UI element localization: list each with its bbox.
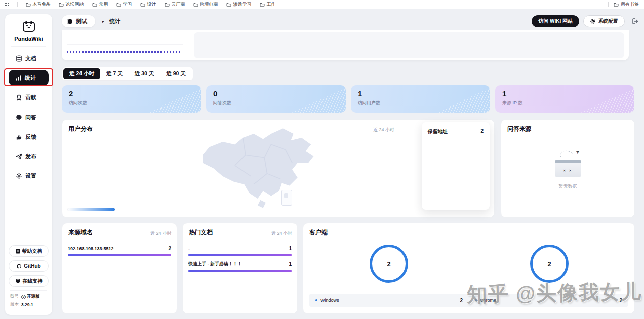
gear-icon — [590, 18, 596, 24]
folder-icon — [165, 3, 170, 7]
tab-24h[interactable]: 近 24 小时 — [63, 68, 100, 79]
cursor-arrow-icon: ➤ — [575, 148, 581, 155]
browser-bookmarks-bar: 木马免杀 论坛网站 常用 学习 设计 云厂商 跨境电商 渗透学习 工作 所有书签 — [0, 0, 644, 9]
online-support-button[interactable]: 在线支持 — [9, 275, 49, 287]
cat-icon — [15, 279, 21, 283]
visit-wiki-label: 访问 WIKI 网站 — [538, 18, 573, 25]
bookmark-label: 工作 — [267, 1, 276, 8]
bookmark-folder[interactable]: 木马免杀 — [26, 1, 51, 8]
workspace-selector[interactable]: 测试 — [62, 15, 95, 27]
sidebar-item-contrib[interactable]: 贡献 — [5, 88, 52, 108]
domain-name: 192.168.198.133:5512 — [68, 246, 114, 251]
system-config-label: 系统配置 — [598, 18, 618, 25]
source-domain-card: 来源域名 近 24 小时 192.168.198.133:5512 2 — [62, 223, 177, 314]
clients-legend: Windows 2 Chrome 2 — [309, 294, 628, 307]
doc-value: 1 — [289, 246, 292, 251]
legend-dot — [475, 299, 477, 301]
sidebar-item-label: 发布 — [25, 153, 36, 160]
time-range-tabs: 近 24 小时 近 7 天 近 30 天 近 90 天 — [62, 67, 193, 81]
period-label: 近 24 小时 — [373, 127, 394, 133]
gear-icon — [16, 173, 22, 179]
bookmark-folder[interactable]: 工作 — [260, 1, 276, 8]
bookmark-folder[interactable]: 论坛网站 — [59, 1, 84, 8]
legend-dot — [315, 299, 317, 301]
model-value: 开源版 — [27, 294, 40, 300]
period-label: 近 24 小时 — [150, 230, 172, 237]
donut-center-value: 2 — [387, 260, 390, 268]
sidebar-item-feedback[interactable]: 反馈 — [5, 127, 52, 147]
folder-icon — [140, 3, 145, 7]
bookmark-folder[interactable]: 常用 — [92, 1, 108, 8]
github-button[interactable]: GitHub — [9, 260, 49, 272]
brand-name: PandaWiki — [5, 36, 52, 42]
empty-box-lid — [555, 160, 581, 163]
tab-90d[interactable]: 近 90 天 — [160, 68, 192, 79]
clients-card: 客户端 2 2 Windows 2 Chrome 2 — [303, 223, 635, 314]
folder-icon — [92, 3, 97, 7]
sidebar-item-label: 统计 — [25, 74, 36, 82]
visit-wiki-button[interactable]: 访问 WIKI 网站 — [532, 15, 579, 27]
apps-grid-icon[interactable] — [5, 3, 9, 7]
bookmark-folder[interactable]: 云厂商 — [165, 1, 185, 8]
bookmark-folder[interactable]: 设计 — [140, 1, 156, 8]
docs-icon — [16, 55, 22, 62]
tab-7d[interactable]: 近 7 天 — [100, 68, 129, 79]
divider — [67, 44, 183, 45]
logout-icon[interactable] — [632, 18, 639, 25]
sidebar-item-publish[interactable]: 发布 — [5, 147, 52, 166]
bookmark-folder[interactable]: 跨境电商 — [193, 1, 218, 8]
bookmark-label: 木马免杀 — [33, 1, 51, 8]
legend-item-chrome: Chrome 2 — [469, 298, 628, 303]
online-support-label: 在线支持 — [23, 278, 43, 285]
placeholder-block — [194, 32, 624, 58]
wiki-sphere-icon — [66, 18, 73, 25]
card-title: 用户分布 — [68, 125, 93, 133]
bookmark-label: 论坛网站 — [66, 1, 84, 8]
all-bookmarks[interactable]: 所有书签 — [614, 1, 639, 8]
folder-icon — [226, 3, 231, 7]
card-title: 客户端 — [309, 228, 328, 237]
bookmark-folder[interactable]: 学习 — [116, 1, 132, 8]
github-label: GitHub — [24, 263, 40, 269]
legend-value: 2 — [619, 298, 622, 303]
stat-card-source-ip: 1 来源 IP 数 — [495, 85, 634, 113]
bookmark-folder[interactable]: 渗透学习 — [226, 1, 252, 8]
sidebar-item-qa[interactable]: 问答 — [5, 108, 52, 127]
map-gradient-legend — [67, 208, 115, 211]
domain-value: 2 — [168, 246, 171, 251]
region-tooltip-panel: 保留地址 2 — [422, 122, 490, 210]
sidebar: PandaWiki 文档 统计 贡献 — [5, 14, 52, 315]
bookmark-label: 设计 — [147, 1, 156, 8]
stat-value: 0 — [213, 89, 339, 98]
pandawiki-logo-icon — [22, 20, 35, 32]
tab-30d[interactable]: 近 30 天 — [129, 68, 160, 79]
doc-name: - — [188, 246, 190, 251]
stat-value: 1 — [502, 89, 627, 98]
stat-card-users: 1 访问用户数 — [351, 85, 490, 113]
region-value: 2 — [480, 128, 484, 135]
card-title: 热门文档 — [189, 228, 213, 237]
empty-box-icon: ×˰× — [555, 163, 581, 177]
divider — [11, 46, 46, 47]
help-docs-label: 帮助文档 — [22, 248, 42, 255]
stat-value: 1 — [358, 89, 483, 98]
dotted-trend-line — [67, 51, 182, 53]
bookmark-label: 云厂商 — [172, 1, 185, 8]
stat-value: 2 — [69, 89, 194, 98]
page-title: 统计 — [109, 18, 120, 25]
sidebar-item-stats[interactable]: 统计 — [9, 70, 49, 86]
period-label: 近 24 小时 — [271, 230, 292, 237]
scrolled-card-remnant — [62, 30, 629, 60]
south-sea-inset — [281, 190, 292, 206]
donut-chrome: 2 — [530, 245, 569, 283]
system-config-button[interactable]: 系统配置 — [583, 15, 625, 27]
stat-card-qa-count: 0 问答次数 — [206, 85, 346, 113]
breadcrumb-separator: ▸ — [102, 19, 104, 24]
bookmark-label: 跨境电商 — [200, 1, 218, 8]
thumb-icon — [16, 134, 22, 140]
sidebar-item-settings[interactable]: 设置 — [5, 166, 52, 186]
stats-icon — [15, 75, 22, 81]
doc-bar — [188, 270, 292, 272]
sidebar-item-docs[interactable]: 文档 — [5, 49, 52, 68]
help-docs-button[interactable]: 帮助文档 — [9, 245, 49, 257]
